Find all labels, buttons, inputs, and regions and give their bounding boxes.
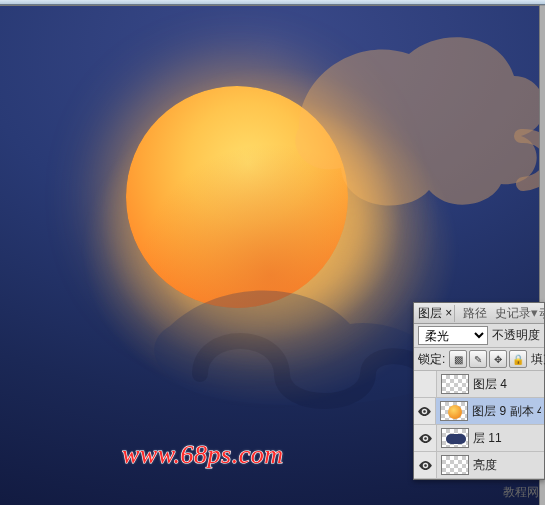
layer-name[interactable]: 亮度 <box>473 457 497 474</box>
eye-icon <box>417 406 432 417</box>
layer-thumbnail[interactable] <box>441 455 469 475</box>
svg-point-2 <box>424 464 427 467</box>
tab-layers-label: 图层 <box>418 306 442 320</box>
artwork-cloud-lower <box>150 286 450 426</box>
lock-label: 锁定: <box>418 351 445 368</box>
lock-row: 锁定: ▩ ✎ ✥ 🔒 填充 <box>414 348 544 371</box>
layer-row[interactable]: 图层 4 <box>414 371 544 398</box>
visibility-toggle[interactable] <box>414 452 437 478</box>
artwork-cloud-upper <box>289 18 539 228</box>
layer-thumbnail[interactable] <box>441 428 469 448</box>
layer-row[interactable]: 亮度 <box>414 452 544 479</box>
layers-panel[interactable]: 图层 × 路径 史记录 动 ▾ 柔光 不透明度 锁定: ▩ ✎ ✥ 🔒 填充 图… <box>413 302 545 480</box>
lock-position-icon[interactable]: ✥ <box>489 350 507 368</box>
layer-thumbnail[interactable] <box>440 401 468 421</box>
tab-paths[interactable]: 路径 <box>463 305 487 322</box>
layer-list: 图层 4 图层 9 副本 4 层 11 <box>414 371 544 479</box>
layer-row[interactable]: 层 11 <box>414 425 544 452</box>
lock-transparency-icon[interactable]: ▩ <box>449 350 467 368</box>
layer-name[interactable]: 图层 9 副本 4 <box>472 403 541 420</box>
panel-menu-icon[interactable]: ▾ <box>531 305 538 320</box>
opacity-label: 不透明度 <box>492 327 540 344</box>
layer-thumbnail[interactable] <box>441 374 469 394</box>
lock-icons: ▩ ✎ ✥ 🔒 <box>449 350 527 368</box>
tab-actions[interactable]: 动 <box>539 305 544 322</box>
blend-mode-select[interactable]: 柔光 <box>418 326 488 345</box>
eye-icon <box>418 460 433 471</box>
visibility-toggle[interactable] <box>414 398 436 424</box>
visibility-toggle[interactable] <box>414 425 437 451</box>
layer-name[interactable]: 层 11 <box>473 430 502 447</box>
visibility-toggle[interactable] <box>414 371 437 397</box>
layer-name[interactable]: 图层 4 <box>473 376 507 393</box>
eye-icon <box>418 433 433 444</box>
fill-label: 填充 <box>531 351 545 368</box>
lock-pixels-icon[interactable]: ✎ <box>469 350 487 368</box>
lock-all-icon[interactable]: 🔒 <box>509 350 527 368</box>
tutorial-link[interactable]: 教程网 <box>503 484 539 501</box>
tab-layers-close[interactable]: × <box>445 306 452 320</box>
watermark-text: www.68ps.com <box>122 440 284 470</box>
blend-mode-row: 柔光 不透明度 <box>414 324 544 348</box>
svg-point-0 <box>423 410 426 413</box>
window-chrome <box>0 0 545 5</box>
svg-point-1 <box>424 437 427 440</box>
tab-history[interactable]: 史记录 <box>495 305 531 322</box>
layer-row[interactable]: 图层 9 副本 4 <box>414 398 544 425</box>
tab-layers[interactable]: 图层 × <box>418 305 455 322</box>
panel-tabstrip: 图层 × 路径 史记录 动 ▾ <box>414 303 544 324</box>
